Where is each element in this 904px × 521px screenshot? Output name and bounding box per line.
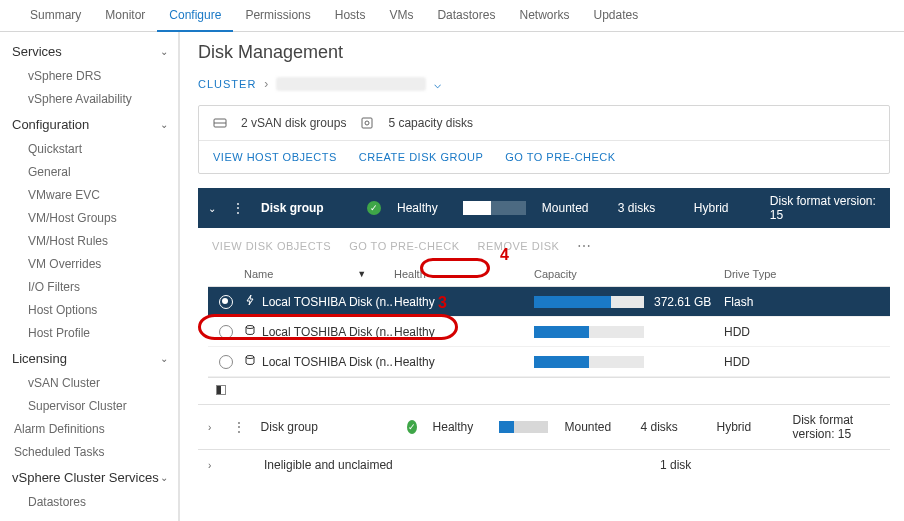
column-picker-icon[interactable] xyxy=(216,385,226,395)
disk-group-summary-row[interactable]: ›Ineligible and unclaimed1 disk xyxy=(198,449,890,480)
health-text: Healthy xyxy=(433,420,483,434)
sidebar-item-vsphere-drs[interactable]: vSphere DRS xyxy=(0,65,178,88)
remove-disk-action[interactable]: REMOVE DISK xyxy=(478,240,560,252)
more-icon[interactable]: ⋯ xyxy=(577,238,592,254)
collapse-icon[interactable]: ⌄ xyxy=(208,203,216,214)
svg-point-3 xyxy=(365,121,369,125)
chevron-right-icon: › xyxy=(264,77,268,91)
sidebar-item-vsphere-availability[interactable]: vSphere Availability xyxy=(0,88,178,111)
col-capacity[interactable]: Capacity xyxy=(534,268,724,280)
health-text: Healthy xyxy=(397,201,447,215)
capacity-disk-icon xyxy=(360,116,374,130)
sidebar-item-vmware-evc[interactable]: VMware EVC xyxy=(0,184,178,207)
summary-actions: VIEW HOST OBJECTSCREATE DISK GROUPGO TO … xyxy=(199,141,889,173)
disk-name: Local TOSHIBA Disk (n... xyxy=(262,295,394,309)
chevron-down-icon: ⌄ xyxy=(160,472,168,483)
chevron-down-icon[interactable]: ⌵ xyxy=(434,77,441,91)
section-licensing[interactable]: Licensing⌄ xyxy=(0,345,178,372)
disk-table: Name▼ Health Capacity Drive Type Local T… xyxy=(198,262,890,404)
capacity-bar xyxy=(463,201,526,215)
hybrid-text: Hybrid xyxy=(694,201,754,215)
sidebar-item-vm-overrides[interactable]: VM Overrides xyxy=(0,253,178,276)
svg-point-5 xyxy=(246,356,254,359)
row-label: Disk group xyxy=(261,420,391,434)
col-name[interactable]: Name▼ xyxy=(244,268,394,280)
view-host-objects-link[interactable]: VIEW HOST OBJECTS xyxy=(213,151,337,163)
drive-type: HDD xyxy=(724,355,882,369)
disks-count: 1 disk xyxy=(660,458,720,472)
tab-vms[interactable]: VMs xyxy=(377,0,425,32)
breadcrumb-current-redacted xyxy=(276,77,426,91)
breadcrumb-root[interactable]: CLUSTER xyxy=(198,78,256,90)
table-footer xyxy=(208,377,890,404)
expand-icon[interactable]: › xyxy=(208,460,220,471)
tab-hosts[interactable]: Hosts xyxy=(323,0,378,32)
sidebar-item-datastores[interactable]: Datastores xyxy=(0,491,178,514)
hdd-icon xyxy=(244,324,256,339)
create-disk-group-link[interactable]: CREATE DISK GROUP xyxy=(359,151,483,163)
tab-datastores[interactable]: Datastores xyxy=(425,0,507,32)
col-drive-type[interactable]: Drive Type xyxy=(724,268,882,280)
disk-name: Local TOSHIBA Disk (n... xyxy=(262,325,394,339)
sidebar-item-scheduled-tasks[interactable]: Scheduled Tasks xyxy=(0,441,178,464)
more-actions-icon[interactable]: ⋮ xyxy=(233,420,245,434)
disk-group-icon xyxy=(213,116,227,130)
section-vsan[interactable]: vSAN⌄ xyxy=(0,514,178,521)
tab-permissions[interactable]: Permissions xyxy=(233,0,322,32)
content: Disk Management CLUSTER › ⌵ 2 vSAN disk … xyxy=(180,32,904,521)
disks-count: 4 disks xyxy=(640,420,700,434)
table-row[interactable]: Local TOSHIBA Disk (n...Healthy372.61 GB… xyxy=(208,287,890,317)
mounted-text: Mounted xyxy=(542,201,602,215)
col-health[interactable]: Health xyxy=(394,268,534,280)
sidebar-item-i-o-filters[interactable]: I/O Filters xyxy=(0,276,178,299)
row-label: Ineligible and unclaimed xyxy=(264,458,394,472)
table-row[interactable]: Local TOSHIBA Disk (n...HealthyHDD xyxy=(208,317,890,347)
page-title: Disk Management xyxy=(198,42,890,63)
capacity-bar xyxy=(534,296,644,308)
radio-select[interactable] xyxy=(219,355,233,369)
section-services[interactable]: Services⌄ xyxy=(0,38,178,65)
more-actions-icon[interactable]: ⋮ xyxy=(232,201,245,215)
top-tabs: SummaryMonitorConfigurePermissionsHostsV… xyxy=(0,0,904,32)
sidebar-item-host-options[interactable]: Host Options xyxy=(0,299,178,322)
check-circle-icon: ✓ xyxy=(367,201,381,215)
sort-icon: ▼ xyxy=(357,269,366,279)
go-to-pre-check-action[interactable]: GO TO PRE-CHECK xyxy=(349,240,459,252)
section-configuration[interactable]: Configuration⌄ xyxy=(0,111,178,138)
sidebar-item-vm-host-groups[interactable]: VM/Host Groups xyxy=(0,207,178,230)
section-vsphere-cluster-services[interactable]: vSphere Cluster Services⌄ xyxy=(0,464,178,491)
mounted-text: Mounted xyxy=(564,420,624,434)
sidebar-item-alarm-definitions[interactable]: Alarm Definitions xyxy=(0,418,178,441)
sidebar-item-host-profile[interactable]: Host Profile xyxy=(0,322,178,345)
summary-card: 2 vSAN disk groups 5 capacity disks VIEW… xyxy=(198,105,890,174)
tab-summary[interactable]: Summary xyxy=(18,0,93,32)
capacity-text: 372.61 GB xyxy=(654,295,711,309)
tab-updates[interactable]: Updates xyxy=(581,0,650,32)
tab-configure[interactable]: Configure xyxy=(157,0,233,32)
disk-health: Healthy xyxy=(394,325,534,339)
tab-monitor[interactable]: Monitor xyxy=(93,0,157,32)
table-row[interactable]: Local TOSHIBA Disk (n...HealthyHDD xyxy=(208,347,890,377)
main-layout: Services⌄vSphere DRSvSphere Availability… xyxy=(0,32,904,521)
check-circle-icon: ✓ xyxy=(407,420,417,434)
expand-icon[interactable]: › xyxy=(208,422,217,433)
hdd-icon xyxy=(244,354,256,369)
format-text: Disk format version: 15 xyxy=(770,194,880,222)
sidebar-item-supervisor-cluster[interactable]: Supervisor Cluster xyxy=(0,395,178,418)
breadcrumb: CLUSTER › ⌵ xyxy=(198,77,890,91)
sidebar: Services⌄vSphere DRSvSphere Availability… xyxy=(0,32,180,521)
view-disk-objects-action[interactable]: VIEW DISK OBJECTS xyxy=(212,240,331,252)
sidebar-item-vm-host-rules[interactable]: VM/Host Rules xyxy=(0,230,178,253)
disk-group-summary-row[interactable]: ›⋮Disk group✓HealthyMounted4 disksHybrid… xyxy=(198,404,890,449)
capacity-bar xyxy=(534,356,644,368)
go-to-pre-check-link[interactable]: GO TO PRE-CHECK xyxy=(505,151,615,163)
sidebar-item-quickstart[interactable]: Quickstart xyxy=(0,138,178,161)
sidebar-item-general[interactable]: General xyxy=(0,161,178,184)
radio-select[interactable] xyxy=(219,325,233,339)
disks-count: 3 disks xyxy=(618,201,678,215)
flash-icon xyxy=(244,294,256,309)
sidebar-item-vsan-cluster[interactable]: vSAN Cluster xyxy=(0,372,178,395)
radio-select[interactable] xyxy=(219,295,233,309)
tab-networks[interactable]: Networks xyxy=(507,0,581,32)
drive-type: HDD xyxy=(724,325,882,339)
